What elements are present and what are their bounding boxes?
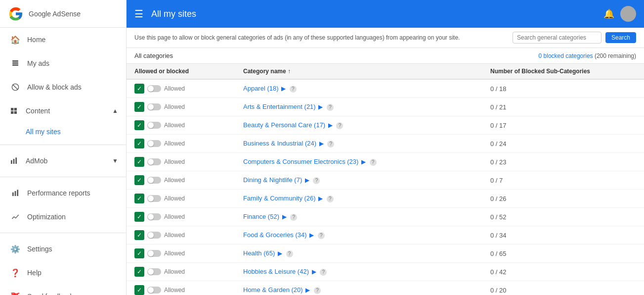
toggle-switch[interactable]	[147, 103, 161, 110]
col-header-category-name[interactable]: Category name ↑	[235, 64, 482, 79]
category-expand-arrow[interactable]: ▶	[360, 158, 367, 165]
table-row: ✓ Allowed Arts & Entertainment (21) ▶ ?0…	[127, 98, 644, 116]
blocked-categories-link[interactable]: 0 blocked categories	[539, 52, 593, 59]
category-link[interactable]: Hobbies & Leisure (42)	[243, 268, 309, 275]
category-help-icon[interactable]: ?	[286, 250, 293, 257]
toggle-switch[interactable]	[147, 85, 161, 92]
sidebar: Google AdSense 🏠 Home My ads Allow & blo…	[0, 0, 127, 295]
category-link[interactable]: Apparel (18)	[243, 85, 279, 92]
check-icon: ✓	[134, 84, 144, 94]
table-row: ✓ Allowed Food & Groceries (34) ▶ ?0 / 3…	[127, 226, 644, 245]
category-help-icon[interactable]: ?	[327, 104, 334, 111]
sidebar-item-help[interactable]: ❓ Help	[0, 261, 126, 285]
category-expand-arrow[interactable]: ▶	[277, 250, 283, 257]
category-help-icon[interactable]: ?	[370, 159, 377, 166]
my-ads-icon	[9, 57, 21, 69]
category-link[interactable]: Beauty & Personal Care (17)	[243, 121, 325, 129]
category-expand-arrow[interactable]: ▶	[281, 213, 288, 220]
menu-icon[interactable]: ☰	[134, 8, 143, 20]
category-link[interactable]: Arts & Entertainment (21)	[243, 103, 316, 110]
sidebar-item-my-ads[interactable]: My ads	[0, 51, 126, 75]
table-body: ✓ Allowed Apparel (18) ▶ ?0 / 18 ✓ Allow…	[127, 79, 644, 295]
category-expand-arrow[interactable]: ▶	[311, 268, 317, 275]
search-general-categories-input[interactable]	[513, 32, 601, 44]
notification-bell-icon[interactable]: 🔔	[603, 8, 614, 19]
app-name: Google AdSense	[29, 10, 81, 18]
toggle-switch[interactable]	[147, 232, 161, 239]
category-link[interactable]: Food & Groceries (34)	[243, 231, 307, 239]
sidebar-item-allow-block[interactable]: Allow & block ads	[0, 75, 126, 99]
allowed-blocked-cell: ✓ Allowed	[127, 190, 235, 208]
allow-block-icon	[9, 81, 21, 93]
toggle-switch[interactable]	[147, 140, 161, 147]
status-label: Allowed	[164, 85, 185, 92]
sidebar-item-all-my-sites[interactable]: All my sites	[0, 123, 126, 141]
category-help-icon[interactable]: ?	[318, 232, 325, 239]
category-help-icon[interactable]: ?	[314, 287, 321, 294]
category-name-cell: Finance (52) ▶ ?	[235, 208, 482, 226]
category-link[interactable]: Business & Industrial (24)	[243, 140, 316, 147]
all-categories-label: All categories	[134, 52, 173, 59]
category-expand-arrow[interactable]: ▶	[280, 85, 287, 92]
table-row: ✓ Allowed Business & Industrial (24) ▶ ?…	[127, 135, 644, 153]
toggle-switch[interactable]	[147, 250, 161, 257]
svg-rect-5	[11, 108, 13, 110]
category-link[interactable]: Dining & Nightlife (7)	[243, 176, 302, 184]
sidebar-content-section[interactable]: Content ▲	[0, 99, 126, 123]
toggle-switch[interactable]	[147, 177, 161, 184]
sidebar-item-home[interactable]: 🏠 Home	[0, 28, 126, 51]
home-icon: 🏠	[9, 34, 21, 46]
toggle-switch[interactable]	[147, 287, 161, 294]
category-help-icon[interactable]: ?	[320, 269, 327, 276]
feedback-label: Send feedback	[27, 293, 73, 295]
sub-count-value: 0 / 18	[490, 85, 507, 93]
admob-section-label: AdMob	[26, 157, 47, 165]
category-expand-arrow[interactable]: ▶	[304, 287, 311, 294]
sidebar-item-optimization[interactable]: Optimization	[0, 205, 126, 229]
sidebar-item-performance[interactable]: Performance reports	[0, 181, 126, 205]
category-expand-arrow[interactable]: ▶	[304, 177, 310, 184]
search-area: Search	[513, 32, 636, 44]
category-link[interactable]: Home & Garden (20)	[243, 286, 303, 294]
sub-blocked-count-cell: 0 / 42	[482, 263, 644, 281]
category-name-cell: Dining & Nightlife (7) ▶ ?	[235, 171, 482, 190]
toggle-switch[interactable]	[147, 213, 161, 220]
content-section-label: Content	[26, 107, 50, 115]
category-help-icon[interactable]: ?	[327, 141, 334, 148]
svg-rect-2	[12, 64, 18, 66]
toggle-switch[interactable]	[147, 268, 161, 275]
category-help-icon[interactable]: ?	[313, 177, 320, 184]
category-help-icon[interactable]: ?	[290, 86, 297, 93]
sidebar-item-feedback[interactable]: 🚩 Send feedback	[0, 285, 126, 295]
help-question-icon: ❓	[9, 267, 21, 279]
table-row: ✓ Allowed Computers & Consumer Electroni…	[127, 153, 644, 171]
toggle-switch[interactable]	[147, 158, 161, 165]
content-chevron-up-icon: ▲	[112, 107, 118, 114]
category-expand-arrow[interactable]: ▶	[317, 103, 324, 110]
category-help-icon[interactable]: ?	[327, 196, 334, 202]
user-avatar[interactable]	[620, 6, 636, 22]
check-icon: ✓	[134, 120, 144, 130]
check-icon: ✓	[134, 285, 144, 295]
category-expand-arrow[interactable]: ▶	[318, 140, 325, 147]
category-expand-arrow[interactable]: ▶	[308, 232, 315, 239]
category-link[interactable]: Computers & Consumer Electronics (23)	[243, 158, 358, 165]
toggle-switch[interactable]	[147, 122, 161, 129]
search-button[interactable]: Search	[605, 32, 636, 43]
category-help-icon[interactable]: ?	[336, 122, 343, 129]
category-link[interactable]: Health (65)	[243, 249, 275, 257]
toggle-switch[interactable]	[147, 195, 161, 202]
status-label: Allowed	[164, 213, 185, 220]
sub-blocked-count-cell: 0 / 52	[482, 208, 644, 226]
category-expand-arrow[interactable]: ▶	[317, 195, 324, 202]
sidebar-admob-section[interactable]: AdMob ▼	[0, 149, 126, 173]
sub-count-value: 0 / 17	[490, 122, 507, 129]
svg-rect-9	[11, 160, 12, 164]
svg-rect-1	[12, 62, 18, 64]
category-expand-arrow[interactable]: ▶	[327, 122, 334, 129]
category-link[interactable]: Finance (52)	[243, 213, 279, 220]
sub-count-value: 0 / 24	[490, 140, 507, 148]
sidebar-item-settings[interactable]: ⚙️ Settings	[0, 237, 126, 261]
category-link[interactable]: Family & Community (26)	[243, 195, 316, 202]
category-help-icon[interactable]: ?	[290, 214, 297, 221]
